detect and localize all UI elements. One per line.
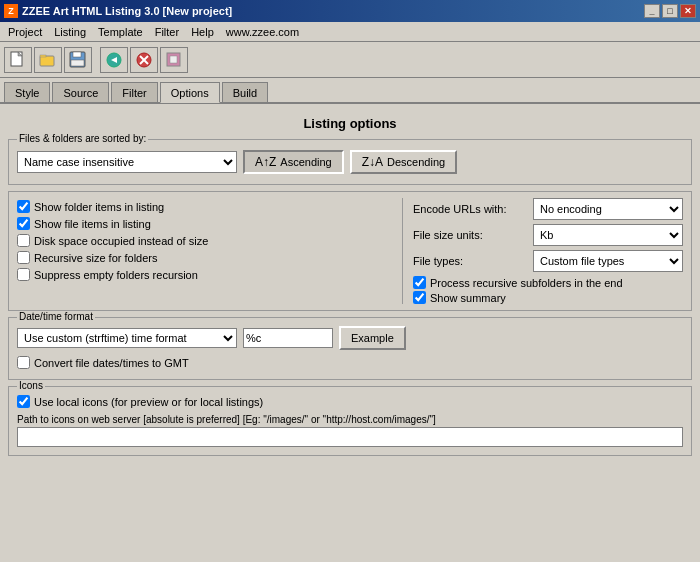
svg-rect-2 xyxy=(40,56,54,66)
svg-rect-13 xyxy=(170,56,177,63)
window-title: ZZEE Art HTML Listing 3.0 [New project] xyxy=(22,5,232,17)
datetime-section: Date/time format Use custom (strftime) t… xyxy=(8,317,692,380)
options-section: Show folder items in listing Show file i… xyxy=(8,191,692,311)
process-subfolders-row: Process recursive subfolders in the end xyxy=(413,276,683,289)
tab-build[interactable]: Build xyxy=(222,82,268,102)
filesize-row: File size units: Kb Mb Bytes xyxy=(413,224,683,246)
sort-section: Files & folders are sorted by: Name case… xyxy=(8,139,692,185)
convert-gmt-row: Convert file dates/times to GMT xyxy=(17,354,683,371)
descending-icon: Z↓A xyxy=(362,155,383,169)
show-folders-checkbox[interactable] xyxy=(17,200,30,213)
descending-button[interactable]: Z↓A Descending xyxy=(350,150,457,174)
svg-rect-5 xyxy=(73,52,81,57)
show-files-row: Show file items in listing xyxy=(17,215,392,232)
recursive-size-label: Recursive size for folders xyxy=(34,252,158,264)
right-options: Encode URLs with: No encoding URL encodi… xyxy=(403,198,683,304)
disk-space-row: Disk space occupied instead of size xyxy=(17,232,392,249)
datetime-format-input[interactable] xyxy=(243,328,333,348)
disk-space-checkbox[interactable] xyxy=(17,234,30,247)
show-files-checkbox[interactable] xyxy=(17,217,30,230)
title-bar: Z ZZEE Art HTML Listing 3.0 [New project… xyxy=(0,0,700,22)
suppress-empty-label: Suppress empty folders recursion xyxy=(34,269,198,281)
tab-bar: Style Source Filter Options Build xyxy=(0,78,700,104)
show-summary-label: Show summary xyxy=(430,292,506,304)
new-button[interactable] xyxy=(4,47,32,73)
ascending-button[interactable]: A↑Z Ascending xyxy=(243,150,344,174)
recursive-size-row: Recursive size for folders xyxy=(17,249,392,266)
icons-path-label: Path to icons on web server [absolute is… xyxy=(17,414,683,425)
icons-path-input[interactable] xyxy=(17,427,683,447)
example-button[interactable]: Example xyxy=(339,326,406,350)
svg-rect-6 xyxy=(71,60,84,66)
encode-row: Encode URLs with: No encoding URL encodi… xyxy=(413,198,683,220)
process-subfolders-checkbox[interactable] xyxy=(413,276,426,289)
use-local-icons-checkbox[interactable] xyxy=(17,395,30,408)
descending-label: Descending xyxy=(387,156,445,168)
menu-bar: Project Listing Template Filter Help www… xyxy=(0,22,700,42)
minimize-button[interactable]: _ xyxy=(644,4,660,18)
filetype-row: File types: Custom file types All files … xyxy=(413,250,683,272)
tab-options[interactable]: Options xyxy=(160,82,220,103)
process-subfolders-label: Process recursive subfolders in the end xyxy=(430,277,623,289)
left-options: Show folder items in listing Show file i… xyxy=(17,198,403,304)
encode-label: Encode URLs with: xyxy=(413,203,513,215)
show-folders-label: Show folder items in listing xyxy=(34,201,164,213)
icons-section-label: Icons xyxy=(17,380,45,391)
menu-filter[interactable]: Filter xyxy=(149,24,185,40)
maximize-button[interactable]: □ xyxy=(662,4,678,18)
icons-section: Icons Use local icons (for preview or fo… xyxy=(8,386,692,456)
svg-rect-3 xyxy=(40,55,46,57)
tab-source[interactable]: Source xyxy=(52,82,109,102)
stop-button[interactable] xyxy=(130,47,158,73)
menu-template[interactable]: Template xyxy=(92,24,149,40)
open-button[interactable] xyxy=(34,47,62,73)
filesize-label: File size units: xyxy=(413,229,513,241)
convert-gmt-label: Convert file dates/times to GMT xyxy=(34,357,189,369)
sort-dropdown[interactable]: Name case insensitive Name Size Date Ext… xyxy=(17,151,237,173)
use-local-icons-label: Use local icons (for preview or for loca… xyxy=(34,396,263,408)
show-summary-row: Show summary xyxy=(413,291,683,304)
close-button[interactable]: ✕ xyxy=(680,4,696,18)
datetime-select[interactable]: Use custom (strftime) time format Defaul… xyxy=(17,328,237,348)
show-files-label: Show file items in listing xyxy=(34,218,151,230)
ascending-icon: A↑Z xyxy=(255,155,276,169)
menu-project[interactable]: Project xyxy=(2,24,48,40)
main-content: Listing options Files & folders are sort… xyxy=(0,104,700,464)
datetime-section-label: Date/time format xyxy=(17,311,95,322)
forward-button[interactable] xyxy=(160,47,188,73)
sort-section-label: Files & folders are sorted by: xyxy=(17,133,148,144)
tab-filter[interactable]: Filter xyxy=(111,82,157,102)
recursive-size-checkbox[interactable] xyxy=(17,251,30,264)
convert-gmt-checkbox[interactable] xyxy=(17,356,30,369)
window-controls: _ □ ✕ xyxy=(644,4,696,18)
save-button[interactable] xyxy=(64,47,92,73)
filetype-label: File types: xyxy=(413,255,513,267)
filesize-select[interactable]: Kb Mb Bytes xyxy=(533,224,683,246)
menu-listing[interactable]: Listing xyxy=(48,24,92,40)
tab-style[interactable]: Style xyxy=(4,82,50,102)
use-local-icons-row: Use local icons (for preview or for loca… xyxy=(17,393,683,410)
disk-space-label: Disk space occupied instead of size xyxy=(34,235,208,247)
toolbar xyxy=(0,42,700,78)
filetype-select[interactable]: Custom file types All files Images xyxy=(533,250,683,272)
show-folders-row: Show folder items in listing xyxy=(17,198,392,215)
back-button[interactable] xyxy=(100,47,128,73)
encode-select[interactable]: No encoding URL encoding HTML encoding xyxy=(533,198,683,220)
show-summary-checkbox[interactable] xyxy=(413,291,426,304)
menu-website[interactable]: www.zzee.com xyxy=(220,24,305,40)
menu-help[interactable]: Help xyxy=(185,24,220,40)
app-icon: Z xyxy=(4,4,18,18)
suppress-empty-checkbox[interactable] xyxy=(17,268,30,281)
ascending-label: Ascending xyxy=(280,156,331,168)
suppress-empty-row: Suppress empty folders recursion xyxy=(17,266,392,283)
